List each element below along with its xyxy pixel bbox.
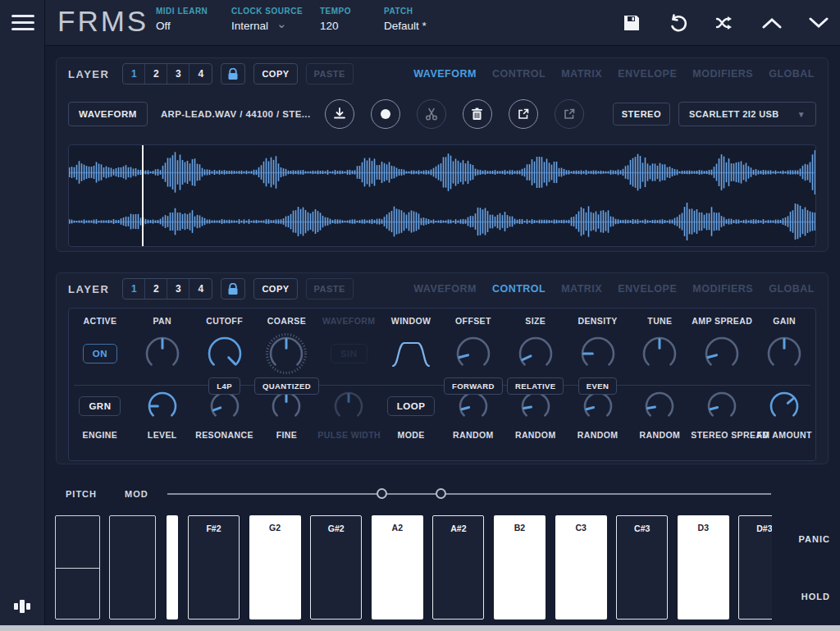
key-f-2[interactable]: F#2 bbox=[188, 515, 240, 620]
key-a2[interactable]: A2 bbox=[372, 515, 423, 620]
key-partial[interactable] bbox=[167, 515, 178, 620]
layer-button-3[interactable]: 3 bbox=[167, 279, 189, 299]
control-mode: LOOPMODE bbox=[380, 309, 442, 460]
field-value-text: Off bbox=[156, 20, 171, 32]
key-note-label: D3 bbox=[678, 523, 729, 533]
key-d3[interactable]: D3 bbox=[678, 515, 729, 620]
even-button[interactable]: EVEN bbox=[578, 377, 617, 395]
pulse-width-knob[interactable] bbox=[329, 387, 368, 425]
bottom-scrollbar[interactable] bbox=[0, 625, 840, 631]
pitch-wheel[interactable] bbox=[55, 515, 100, 620]
control-fm-amount: FM AMOUNT bbox=[753, 309, 815, 460]
record-icon[interactable] bbox=[371, 99, 400, 129]
tab-matrix[interactable]: MATRIX bbox=[561, 283, 602, 295]
field-value[interactable]: 120 bbox=[320, 20, 351, 32]
fm-amount-knob[interactable] bbox=[765, 387, 804, 425]
key-c-3[interactable]: C#3 bbox=[616, 515, 668, 620]
tab-control[interactable]: CONTROL bbox=[492, 68, 546, 80]
stereo-spread-knob[interactable] bbox=[702, 387, 742, 425]
control-label: RANDOM bbox=[504, 430, 567, 440]
tab-envelope[interactable]: ENVELOPE bbox=[618, 68, 677, 80]
import-icon[interactable] bbox=[325, 99, 354, 129]
layer-button-2[interactable]: 2 bbox=[145, 279, 167, 299]
menu-icon[interactable] bbox=[11, 15, 34, 31]
copy-button[interactable]: COPY bbox=[253, 278, 297, 299]
key-b2[interactable]: B2 bbox=[494, 515, 546, 620]
tab-global[interactable]: GLOBAL bbox=[769, 283, 815, 295]
waveform-display[interactable] bbox=[68, 144, 816, 247]
external-icon[interactable] bbox=[509, 99, 538, 129]
control-label: ENGINE bbox=[69, 430, 131, 440]
tab-modifiers[interactable]: MODIFIERS bbox=[692, 283, 753, 295]
field-value[interactable]: Default * bbox=[384, 20, 427, 32]
key-a-2[interactable]: A#2 bbox=[432, 515, 484, 620]
nav-down-icon[interactable] bbox=[807, 11, 830, 34]
control-box: ACTIVEONPANCUTOFFL4PCOARSEQUANTIZEDWAVEF… bbox=[68, 308, 816, 461]
playhead-cursor[interactable] bbox=[142, 145, 144, 246]
layer-button-2[interactable]: 2 bbox=[145, 64, 167, 84]
field-label: CLOCK SOURCE bbox=[231, 7, 303, 16]
field-value[interactable]: Off bbox=[156, 20, 208, 32]
key-note-label: C3 bbox=[555, 523, 607, 533]
tab-global[interactable]: GLOBAL bbox=[769, 68, 815, 80]
bend-handle-1[interactable] bbox=[377, 488, 387, 499]
layer-button-1[interactable]: 1 bbox=[123, 64, 145, 84]
chevron-down-icon: ⌄ bbox=[276, 16, 287, 31]
tab-modifiers[interactable]: MODIFIERS bbox=[692, 68, 753, 80]
key-g-2[interactable]: G#2 bbox=[310, 515, 362, 620]
panic-button[interactable]: PANIC bbox=[799, 534, 830, 544]
cut-icon[interactable] bbox=[417, 99, 446, 129]
paste-button[interactable]: PASTE bbox=[306, 278, 354, 299]
l4p-button[interactable]: L4P bbox=[208, 377, 240, 395]
undo-icon[interactable] bbox=[667, 11, 690, 34]
field-label: MIDI LEARN bbox=[156, 7, 208, 16]
audio-device-select[interactable]: SCARLETT 2I2 USB ▼ bbox=[678, 102, 816, 126]
control-label: MODE bbox=[380, 430, 442, 440]
sample-file-info: ARP-LEAD.WAV / 44100 / STE... bbox=[161, 109, 325, 119]
control-label: RANDOM bbox=[567, 430, 629, 440]
grn-button[interactable]: GRN bbox=[79, 387, 121, 425]
level-knob[interactable] bbox=[143, 387, 182, 425]
paste-button[interactable]: PASTE bbox=[306, 63, 354, 85]
tab-envelope[interactable]: ENVELOPE bbox=[618, 283, 677, 295]
sub-option: L4P bbox=[208, 376, 240, 396]
layer-button-4[interactable]: 4 bbox=[189, 279, 212, 299]
copy-button[interactable]: COPY bbox=[253, 63, 297, 85]
tab-control[interactable]: CONTROL bbox=[492, 283, 546, 295]
hold-button[interactable]: HOLD bbox=[801, 592, 830, 601]
bend-handle-2[interactable] bbox=[436, 488, 446, 499]
keyboard-toggle-icon[interactable] bbox=[13, 599, 31, 614]
mod-wheel[interactable] bbox=[109, 515, 156, 620]
key-c3[interactable]: C3 bbox=[555, 515, 607, 620]
tab-matrix[interactable]: MATRIX bbox=[561, 68, 602, 80]
random-knob[interactable] bbox=[640, 387, 679, 425]
nav-up-icon[interactable] bbox=[760, 11, 783, 34]
key-note-label: A#2 bbox=[433, 524, 483, 533]
waveform-toolbar: WAVEFORM ARP-LEAD.WAV / 44100 / STE... S… bbox=[68, 94, 816, 134]
relative-button[interactable]: RELATIVE bbox=[507, 377, 564, 395]
loop-button[interactable]: LOOP bbox=[387, 387, 436, 425]
random-icon[interactable] bbox=[714, 11, 737, 34]
key-d-3[interactable]: D#3 bbox=[738, 515, 772, 620]
tab-waveform[interactable]: WAVEFORM bbox=[413, 68, 477, 80]
key-g2[interactable]: G2 bbox=[249, 515, 301, 620]
bend-slider-track[interactable] bbox=[167, 493, 771, 495]
keyboard-section: PITCH MOD F#2G2G#2A2A#2B2C3C#3D3D#3 PANI… bbox=[45, 474, 840, 631]
lock-button[interactable] bbox=[221, 278, 245, 299]
lock-button[interactable] bbox=[221, 63, 245, 85]
forward-button[interactable]: FORWARD bbox=[444, 377, 503, 395]
waveform-source-button[interactable]: WAVEFORM bbox=[68, 102, 148, 126]
save-icon[interactable] bbox=[620, 11, 643, 34]
stereo-mode-button[interactable]: STEREO bbox=[613, 103, 670, 126]
external-dim-icon[interactable] bbox=[555, 99, 584, 129]
layer-tabs: WAVEFORMCONTROLMATRIXENVELOPEMODIFIERSGL… bbox=[413, 58, 815, 89]
delete-icon[interactable] bbox=[463, 99, 492, 129]
key-note-label: A2 bbox=[372, 523, 423, 533]
layer-button-4[interactable]: 4 bbox=[189, 64, 212, 84]
quantized-button[interactable]: QUANTIZED bbox=[254, 377, 319, 395]
top-bar: FRMS MIDI LEARNOffCLOCK SOURCEInternal⌄T… bbox=[45, 0, 840, 46]
tab-waveform[interactable]: WAVEFORM bbox=[413, 283, 477, 295]
layer-button-1[interactable]: 1 bbox=[123, 279, 145, 299]
field-value[interactable]: Internal⌄ bbox=[231, 20, 303, 32]
layer-button-3[interactable]: 3 bbox=[167, 64, 189, 84]
